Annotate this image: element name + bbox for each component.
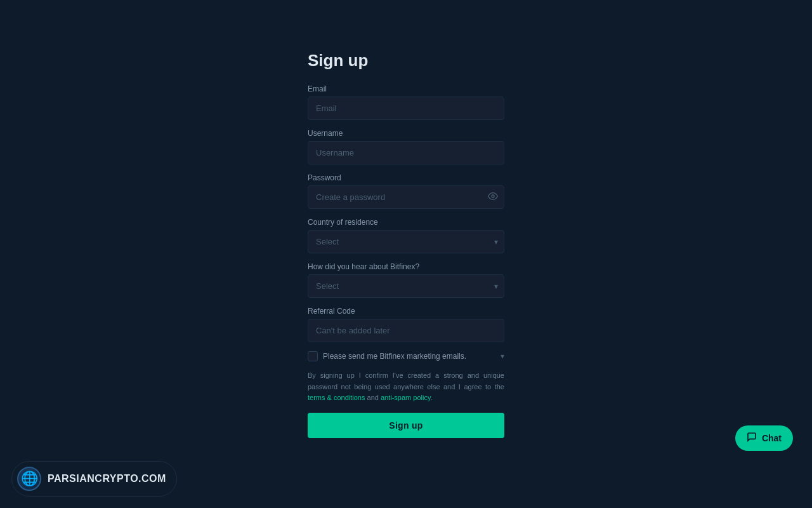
terms-link[interactable]: terms & conditions — [308, 394, 365, 401]
password-wrapper — [308, 185, 504, 209]
watermark-globe-icon: 🌐 — [17, 467, 41, 491]
svg-point-0 — [492, 195, 494, 197]
email-field-group: Email — [308, 84, 504, 120]
form-title: Sign up — [308, 51, 504, 70]
country-select[interactable]: Select United States United Kingdom Cana… — [308, 230, 504, 253]
referral-source-select-wrapper: Select Google Social Media Friend Other … — [308, 274, 504, 298]
signup-form: Sign up Email Username Password — [308, 51, 504, 438]
watermark-text: PARSIANCRYPTO.COM — [48, 473, 166, 485]
username-input[interactable] — [308, 141, 504, 164]
referral-code-input[interactable] — [308, 319, 504, 342]
referral-source-label: How did you hear about Bitfinex? — [308, 262, 504, 271]
chat-label: Chat — [762, 433, 782, 443]
country-field-group: Country of residence Select United State… — [308, 218, 504, 253]
email-label: Email — [308, 84, 504, 93]
marketing-label: Please send me Bitfinex marketing emails… — [323, 352, 495, 361]
password-label: Password — [308, 173, 504, 182]
page-container: Sign up Email Username Password — [0, 0, 812, 508]
country-select-wrapper: Select United States United Kingdom Cana… — [308, 230, 504, 253]
email-input[interactable] — [308, 97, 504, 120]
anti-spam-link[interactable]: anti-spam policy — [381, 394, 431, 401]
referral-code-field-group: Referral Code — [308, 307, 504, 342]
country-label: Country of residence — [308, 218, 504, 227]
disclaimer-text-before: By signing up I confirm I've created a s… — [308, 371, 504, 391]
username-field-group: Username — [308, 129, 504, 164]
password-field-group: Password — [308, 173, 504, 209]
password-input[interactable] — [308, 185, 504, 209]
referral-source-field-group: How did you hear about Bitfinex? Select … — [308, 262, 504, 298]
disclaimer: By signing up I confirm I've created a s… — [308, 370, 504, 404]
referral-source-select[interactable]: Select Google Social Media Friend Other — [308, 274, 504, 298]
toggle-password-icon[interactable] — [488, 191, 498, 204]
disclaimer-text-middle: and — [365, 394, 380, 401]
referral-code-label: Referral Code — [308, 307, 504, 316]
chat-icon — [747, 432, 757, 444]
username-label: Username — [308, 129, 504, 138]
watermark: 🌐 PARSIANCRYPTO.COM — [11, 461, 177, 497]
marketing-checkbox-row: Please send me Bitfinex marketing emails… — [308, 351, 504, 361]
chat-button[interactable]: Chat — [735, 425, 793, 451]
disclaimer-text-after: . — [431, 394, 433, 401]
marketing-checkbox[interactable] — [308, 351, 318, 361]
marketing-expand-icon[interactable]: ▾ — [501, 352, 504, 361]
signup-button[interactable]: Sign up — [308, 413, 504, 438]
